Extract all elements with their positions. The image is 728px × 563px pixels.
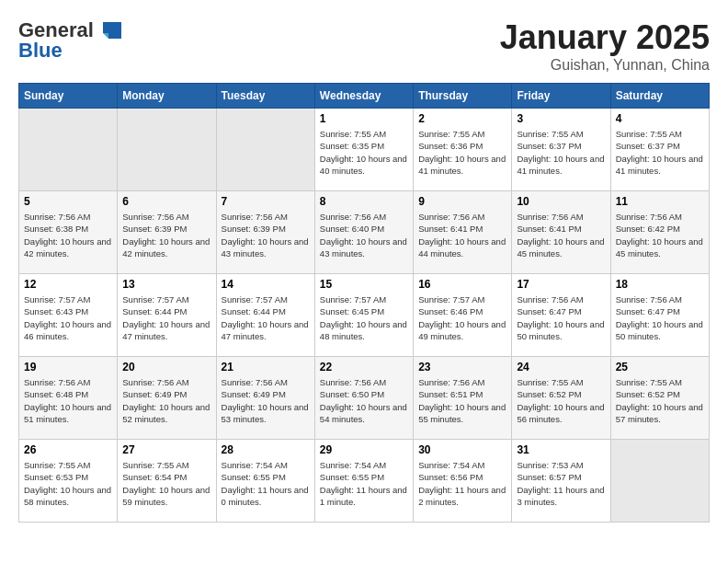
day-info: Sunrise: 7:56 AMSunset: 6:39 PMDaylight:… (122, 211, 210, 259)
day-number: 22 (320, 361, 408, 373)
day-number: 6 (122, 195, 210, 208)
calendar-day: 19Sunrise: 7:56 AMSunset: 6:48 PMDayligh… (19, 357, 118, 440)
logo-blue-text: Blue (18, 39, 63, 63)
calendar-day (19, 109, 118, 191)
day-number: 19 (24, 361, 112, 373)
calendar-day: 30Sunrise: 7:54 AMSunset: 6:56 PMDayligh… (414, 440, 512, 523)
day-info: Sunrise: 7:56 AMSunset: 6:49 PMDaylight:… (122, 376, 210, 425)
day-info: Sunrise: 7:56 AMSunset: 6:51 PMDaylight:… (418, 376, 506, 425)
day-info: Sunrise: 7:54 AMSunset: 6:56 PMDaylight:… (418, 459, 506, 508)
day-header-sunday: Sunday (19, 84, 118, 109)
day-number: 26 (24, 443, 112, 456)
calendar-day: 27Sunrise: 7:55 AMSunset: 6:54 PMDayligh… (118, 440, 216, 523)
calendar-day (610, 440, 709, 523)
day-info: Sunrise: 7:54 AMSunset: 6:55 PMDaylight:… (320, 459, 408, 508)
week-row-3: 12Sunrise: 7:57 AMSunset: 6:43 PMDayligh… (19, 274, 710, 357)
week-row-4: 19Sunrise: 7:56 AMSunset: 6:48 PMDayligh… (19, 357, 710, 440)
calendar-day: 3Sunrise: 7:55 AMSunset: 6:37 PMDaylight… (512, 109, 610, 191)
calendar-day: 20Sunrise: 7:56 AMSunset: 6:49 PMDayligh… (118, 357, 216, 440)
day-number: 18 (616, 278, 704, 291)
day-header-tuesday: Tuesday (216, 84, 314, 109)
day-number: 7 (222, 195, 310, 208)
logo: General Blue (18, 18, 123, 63)
day-header-monday: Monday (118, 84, 216, 109)
calendar-day: 9Sunrise: 7:56 AMSunset: 6:41 PMDaylight… (414, 191, 512, 274)
day-number: 30 (418, 443, 506, 456)
calendar-day: 13Sunrise: 7:57 AMSunset: 6:44 PMDayligh… (118, 274, 216, 357)
calendar-day: 12Sunrise: 7:57 AMSunset: 6:43 PMDayligh… (19, 274, 118, 357)
calendar-day: 10Sunrise: 7:56 AMSunset: 6:41 PMDayligh… (512, 191, 610, 274)
day-number: 16 (418, 278, 506, 291)
day-number: 1 (320, 112, 408, 125)
month-title: January 2025 (500, 18, 710, 57)
day-info: Sunrise: 7:57 AMSunset: 6:46 PMDaylight:… (418, 293, 506, 342)
calendar-day (216, 109, 314, 191)
day-header-saturday: Saturday (610, 84, 709, 109)
calendar-day: 4Sunrise: 7:55 AMSunset: 6:37 PMDaylight… (610, 109, 709, 191)
day-info: Sunrise: 7:56 AMSunset: 6:47 PMDaylight:… (517, 293, 605, 342)
calendar-day: 14Sunrise: 7:57 AMSunset: 6:44 PMDayligh… (216, 274, 314, 357)
calendar-day: 21Sunrise: 7:56 AMSunset: 6:49 PMDayligh… (216, 357, 314, 440)
day-info: Sunrise: 7:56 AMSunset: 6:49 PMDaylight:… (222, 376, 310, 425)
day-info: Sunrise: 7:56 AMSunset: 6:39 PMDaylight:… (222, 211, 310, 259)
day-header-friday: Friday (512, 84, 610, 109)
day-number: 5 (24, 195, 112, 208)
svg-marker-1 (108, 33, 121, 39)
calendar-day: 25Sunrise: 7:55 AMSunset: 6:52 PMDayligh… (610, 357, 709, 440)
day-number: 13 (122, 278, 210, 291)
calendar-day: 17Sunrise: 7:56 AMSunset: 6:47 PMDayligh… (512, 274, 610, 357)
location: Guishan, Yunnan, China (500, 57, 710, 74)
week-row-2: 5Sunrise: 7:56 AMSunset: 6:38 PMDaylight… (19, 191, 710, 274)
page-header: General Blue January 2025 Guishan, Yunna… (18, 18, 710, 74)
calendar-day: 5Sunrise: 7:56 AMSunset: 6:38 PMDaylight… (19, 191, 118, 274)
day-info: Sunrise: 7:54 AMSunset: 6:55 PMDaylight:… (222, 459, 310, 508)
calendar-day: 24Sunrise: 7:55 AMSunset: 6:52 PMDayligh… (512, 357, 610, 440)
day-header-thursday: Thursday (414, 84, 512, 109)
calendar-day: 6Sunrise: 7:56 AMSunset: 6:39 PMDaylight… (118, 191, 216, 274)
day-number: 27 (122, 443, 210, 456)
calendar-day: 2Sunrise: 7:55 AMSunset: 6:36 PMDaylight… (414, 109, 512, 191)
calendar-table: SundayMondayTuesdayWednesdayThursdayFrid… (18, 83, 710, 523)
day-info: Sunrise: 7:55 AMSunset: 6:37 PMDaylight:… (616, 128, 704, 177)
day-info: Sunrise: 7:56 AMSunset: 6:41 PMDaylight:… (517, 211, 605, 259)
calendar-day: 11Sunrise: 7:56 AMSunset: 6:42 PMDayligh… (610, 191, 709, 274)
day-info: Sunrise: 7:57 AMSunset: 6:44 PMDaylight:… (122, 293, 210, 342)
day-number: 10 (517, 195, 605, 208)
day-info: Sunrise: 7:56 AMSunset: 6:41 PMDaylight:… (418, 211, 506, 259)
svg-marker-0 (103, 22, 121, 33)
calendar-day: 22Sunrise: 7:56 AMSunset: 6:50 PMDayligh… (314, 357, 413, 440)
calendar-day: 16Sunrise: 7:57 AMSunset: 6:46 PMDayligh… (414, 274, 512, 357)
week-row-5: 26Sunrise: 7:55 AMSunset: 6:53 PMDayligh… (19, 440, 710, 523)
day-info: Sunrise: 7:56 AMSunset: 6:38 PMDaylight:… (24, 211, 112, 259)
day-info: Sunrise: 7:56 AMSunset: 6:42 PMDaylight:… (616, 211, 704, 259)
day-number: 8 (320, 195, 408, 208)
calendar-day: 18Sunrise: 7:56 AMSunset: 6:47 PMDayligh… (610, 274, 709, 357)
day-info: Sunrise: 7:56 AMSunset: 6:50 PMDaylight:… (320, 376, 408, 425)
day-number: 21 (222, 361, 310, 373)
day-info: Sunrise: 7:55 AMSunset: 6:54 PMDaylight:… (122, 459, 210, 508)
day-number: 12 (24, 278, 112, 291)
logo-icon (94, 20, 123, 40)
day-info: Sunrise: 7:55 AMSunset: 6:36 PMDaylight:… (418, 128, 506, 177)
day-info: Sunrise: 7:57 AMSunset: 6:43 PMDaylight:… (24, 293, 112, 342)
calendar-day: 7Sunrise: 7:56 AMSunset: 6:39 PMDaylight… (216, 191, 314, 274)
calendar-day: 8Sunrise: 7:56 AMSunset: 6:40 PMDaylight… (314, 191, 413, 274)
day-number: 23 (418, 361, 506, 373)
day-number: 28 (222, 443, 310, 456)
week-row-1: 1Sunrise: 7:55 AMSunset: 6:35 PMDaylight… (19, 109, 710, 191)
calendar-day: 31Sunrise: 7:53 AMSunset: 6:57 PMDayligh… (512, 440, 610, 523)
day-number: 31 (517, 443, 605, 456)
calendar-day (118, 109, 216, 191)
calendar-day: 15Sunrise: 7:57 AMSunset: 6:45 PMDayligh… (314, 274, 413, 357)
day-number: 14 (222, 278, 310, 291)
day-info: Sunrise: 7:56 AMSunset: 6:48 PMDaylight:… (24, 376, 112, 425)
day-info: Sunrise: 7:56 AMSunset: 6:40 PMDaylight:… (320, 211, 408, 259)
day-number: 25 (616, 361, 704, 373)
day-number: 17 (517, 278, 605, 291)
calendar-day: 26Sunrise: 7:55 AMSunset: 6:53 PMDayligh… (19, 440, 118, 523)
day-number: 24 (517, 361, 605, 373)
title-section: January 2025 Guishan, Yunnan, China (500, 18, 710, 74)
calendar-day: 23Sunrise: 7:56 AMSunset: 6:51 PMDayligh… (414, 357, 512, 440)
day-info: Sunrise: 7:55 AMSunset: 6:35 PMDaylight:… (320, 128, 408, 177)
day-info: Sunrise: 7:55 AMSunset: 6:52 PMDaylight:… (517, 376, 605, 425)
